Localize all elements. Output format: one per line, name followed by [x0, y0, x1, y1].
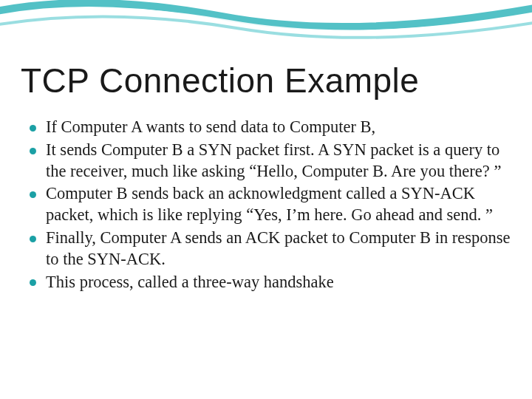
slide-content: TCP Connection Example If Computer A wan…: [21, 61, 511, 294]
list-item: This process, called a three-way handsha…: [27, 272, 511, 293]
slide-title: TCP Connection Example: [21, 61, 511, 100]
decorative-swoosh: [0, 0, 532, 59]
list-item: If Computer A wants to send data to Comp…: [27, 117, 511, 138]
list-item: It sends Computer B a SYN packet first. …: [27, 140, 511, 183]
list-item: Computer B sends back an acknowledgment …: [27, 183, 511, 226]
list-item: Finally, Computer A sends an ACK packet …: [27, 228, 511, 270]
bullet-list: If Computer A wants to send data to Comp…: [21, 117, 511, 293]
